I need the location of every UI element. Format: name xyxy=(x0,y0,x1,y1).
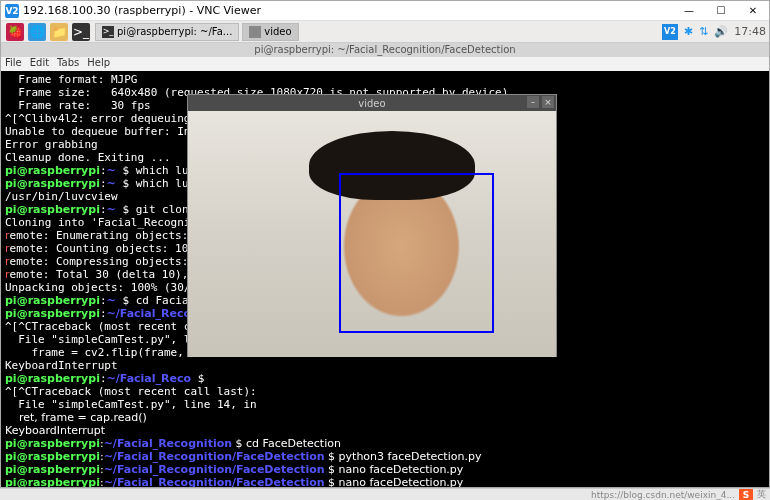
video-frame xyxy=(188,111,556,357)
menu-help[interactable]: Help xyxy=(87,57,110,71)
menu-file[interactable]: File xyxy=(5,57,22,71)
window-icon xyxy=(249,26,261,38)
video-title-text: video xyxy=(358,98,385,109)
terminal-titlebar[interactable]: pi@raspberrypi: ~/Facial_Recognition/Fac… xyxy=(1,43,769,57)
vnc-app-icon: V2 xyxy=(5,4,19,18)
menu-edit[interactable]: Edit xyxy=(30,57,49,71)
vnc-viewer-window: V2 192.168.100.30 (raspberrypi) - VNC Vi… xyxy=(0,0,770,488)
watermark-badge: S xyxy=(739,489,753,501)
ime-lang[interactable]: 英 xyxy=(757,488,766,500)
task-label: pi@raspberrypi: ~/Fa... xyxy=(117,26,232,37)
vnc-tray-icon[interactable]: V2 xyxy=(662,24,678,40)
terminal-icon: >_ xyxy=(102,26,114,38)
video-titlebar[interactable]: video – × xyxy=(188,95,556,111)
browser-icon[interactable]: 🌐 xyxy=(28,23,46,41)
raspberry-menu-icon[interactable]: 🍓 xyxy=(6,23,24,41)
taskbar-video[interactable]: video xyxy=(242,23,298,41)
face-detection-box xyxy=(339,173,494,333)
maximize-button[interactable]: ☐ xyxy=(705,1,737,21)
clock[interactable]: 17:48 xyxy=(734,25,766,38)
raspberrypi-panel: 🍓 🌐 📁 >_ >_ pi@raspberrypi: ~/Fa... vide… xyxy=(1,21,769,43)
file-manager-icon[interactable]: 📁 xyxy=(50,23,68,41)
video-close-button[interactable]: × xyxy=(542,96,554,108)
task-label: video xyxy=(264,26,291,37)
video-window[interactable]: video – × xyxy=(187,94,557,357)
terminal-menubar: File Edit Tabs Help xyxy=(1,57,769,71)
system-tray: V2 ✱ ⇅ 🔊 17:48 xyxy=(662,24,766,40)
minimize-button[interactable]: — xyxy=(673,1,705,21)
terminal-launcher-icon[interactable]: >_ xyxy=(72,23,90,41)
vnc-title-text: 192.168.100.30 (raspberrypi) - VNC Viewe… xyxy=(23,4,261,17)
taskbar-terminal[interactable]: >_ pi@raspberrypi: ~/Fa... xyxy=(95,23,239,41)
close-button[interactable]: ✕ xyxy=(737,1,769,21)
video-minimize-button[interactable]: – xyxy=(527,96,539,108)
footer-url: https://blog.csdn.net/weixin_4... xyxy=(591,490,735,500)
network-icon[interactable]: ⇅ xyxy=(699,25,708,38)
volume-icon[interactable]: 🔊 xyxy=(714,25,728,38)
menu-tabs[interactable]: Tabs xyxy=(57,57,79,71)
bluetooth-icon[interactable]: ✱ xyxy=(684,25,693,38)
vnc-titlebar[interactable]: V2 192.168.100.30 (raspberrypi) - VNC Vi… xyxy=(1,1,769,21)
host-taskbar: https://blog.csdn.net/weixin_4... S 英 xyxy=(0,488,770,500)
